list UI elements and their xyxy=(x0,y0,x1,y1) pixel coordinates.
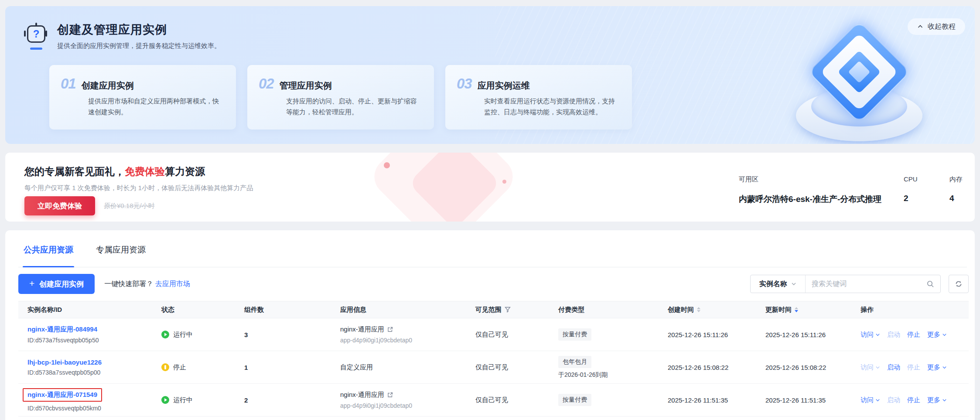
app-name: nginx-通用应用 xyxy=(340,325,384,334)
stop-action[interactable]: 停止 xyxy=(907,396,920,404)
step-card-1: 01 创建应用实例 提供应用市场和自定义应用两种部署模式，快速创建实例。 xyxy=(49,65,236,130)
updated-time: 2025-12-26 11:51:35 xyxy=(756,396,851,404)
step-number: 02 xyxy=(259,75,274,92)
table-header-row: 实例名称/ID 状态 组件数 应用信息 可见范围 付费类型 创建时间 更新时间 … xyxy=(18,301,969,318)
create-instance-button[interactable]: + 创建应用实例 xyxy=(18,274,95,294)
start-action[interactable]: 启动 xyxy=(887,363,900,372)
promo-title: 您的专属新客见面礼，免费体验算力资源 xyxy=(24,165,205,178)
refresh-button[interactable] xyxy=(949,275,969,293)
search-input[interactable] xyxy=(812,280,923,288)
instance-id: ID:d573a7fssveqtpb05p50 xyxy=(27,337,152,344)
col-name-id: 实例名称/ID xyxy=(18,306,152,314)
chevron-down-icon xyxy=(791,281,796,287)
banner-subtitle: 提供全面的应用实例管理，提升服务稳定性与运维效率。 xyxy=(57,42,221,50)
status-text: 运行中 xyxy=(173,331,193,339)
step-card-3: 03 应用实例运维 实时查看应用运行状态与资源使用情况，支持监控、日志与终端功能… xyxy=(445,65,632,130)
created-time: 2025-12-26 15:11:26 xyxy=(659,331,756,338)
collapse-tutorial-label: 收起教程 xyxy=(928,22,956,31)
tab-public-app-resources[interactable]: 公共应用资源 xyxy=(24,242,73,267)
instance-name-link[interactable]: lhj-bcp-1lei-baoyue1226 xyxy=(27,359,102,366)
col-created: 创建时间 xyxy=(659,306,756,314)
app-name: nginx-通用应用 xyxy=(340,391,384,399)
visibility: 仅自己可见 xyxy=(466,331,549,339)
visit-action: 访问 xyxy=(860,363,880,372)
promo-decoration-dot xyxy=(502,180,506,184)
created-time: 2025-12-26 15:08:22 xyxy=(659,364,756,371)
promo-banner: 您的专属新客见面礼，免费体验算力资源 每个用户仅可享 1 次免费体验，时长为 1… xyxy=(5,153,975,222)
pay-type-badge: 包年包月 xyxy=(558,356,591,368)
step-desc: 支持应用的访问、启动、停止、更新与扩缩容等能力，轻松管理应用。 xyxy=(286,96,423,118)
more-action[interactable]: 更多 xyxy=(927,331,947,339)
original-price: 原价¥0.18元/小时 xyxy=(104,202,155,210)
external-link-icon[interactable] xyxy=(387,327,393,332)
step-title: 应用实例运维 xyxy=(478,80,530,92)
zone-label: 可用区 xyxy=(739,175,758,184)
stop-action[interactable]: 停止 xyxy=(907,331,920,339)
instance-list-panel: 公共应用资源 专属应用资源 + 创建应用实例 一键快速部署？ 去应用市场 实例名… xyxy=(5,230,975,420)
col-pay-type: 付费类型 xyxy=(549,306,659,314)
external-link-icon[interactable] xyxy=(387,392,393,398)
app-market-link[interactable]: 去应用市场 xyxy=(155,280,190,287)
promo-decoration-dot xyxy=(384,162,390,168)
play-circle-icon xyxy=(161,396,169,404)
step-card-2: 02 管理应用实例 支持应用的访问、启动、停止、更新与扩缩容等能力，轻松管理应用… xyxy=(247,65,434,130)
search-field-select[interactable]: 实例名称 xyxy=(751,275,806,293)
col-status: 状态 xyxy=(152,306,235,314)
promo-subtitle: 每个用户仅可享 1 次免费体验，时长为 1小时，体验后无法再体验其他算力产品 xyxy=(24,184,253,192)
instance-table: 实例名称/ID 状态 组件数 应用信息 可见范围 付费类型 创建时间 更新时间 … xyxy=(18,301,969,417)
component-count: 1 xyxy=(235,364,331,371)
free-trial-button[interactable]: 立即免费体验 xyxy=(24,196,95,215)
app-id: app-d4p9i0gi1j09cbdetap0 xyxy=(340,337,466,344)
cube-illustration xyxy=(792,24,927,144)
col-actions: 操作 xyxy=(851,306,969,314)
more-action[interactable]: 更多 xyxy=(927,363,947,372)
updated-time: 2025-12-26 15:11:26 xyxy=(756,331,851,338)
start-action: 启动 xyxy=(887,331,900,339)
play-circle-icon xyxy=(161,331,169,338)
step-number: 03 xyxy=(457,75,472,92)
quick-deploy-text: 一键快速部署？ xyxy=(104,280,153,287)
instance-name-link[interactable]: nginx-通用应用-071549 xyxy=(27,391,97,398)
search-icon[interactable] xyxy=(926,280,934,288)
tutorial-banner: ? 创建及管理应用实例 提供全面的应用实例管理，提升服务稳定性与运维效率。 01… xyxy=(5,6,975,144)
visit-action[interactable]: 访问 xyxy=(860,396,880,404)
sort-carets-icon[interactable] xyxy=(795,307,798,312)
updated-time: 2025-12-26 15:08:22 xyxy=(756,364,851,371)
status-text: 运行中 xyxy=(173,396,193,404)
table-row: nginx-通用应用-071549 ID:d570cbvssveqtpb05km… xyxy=(18,384,969,417)
step-desc: 实时查看应用运行状态与资源使用情况，支持监控、日志与终端功能，实现高效运维。 xyxy=(484,96,621,118)
memory-label: 内存 xyxy=(949,175,963,184)
visit-action[interactable]: 访问 xyxy=(860,331,880,339)
col-updated: 更新时间 xyxy=(756,306,851,314)
component-count: 3 xyxy=(235,331,331,338)
create-instance-label: 创建应用实例 xyxy=(39,279,84,289)
stop-action: 停止 xyxy=(907,363,920,372)
robot-help-icon: ? xyxy=(24,22,48,51)
start-action: 启动 xyxy=(887,396,900,404)
tab-dedicated-app-resources[interactable]: 专属应用资源 xyxy=(96,242,146,267)
instance-id: ID:d570cbvssveqtpb05km0 xyxy=(27,405,152,412)
sort-carets-icon[interactable] xyxy=(697,307,700,312)
col-visibility: 可见范围 xyxy=(466,306,549,314)
col-components: 组件数 xyxy=(235,306,331,314)
refresh-icon xyxy=(955,280,963,288)
step-title: 管理应用实例 xyxy=(280,80,332,92)
zone-value: 内蒙呼尔浩特6-esk-准生产-分布式推理 xyxy=(739,194,881,205)
visibility: 仅自己可见 xyxy=(466,363,549,372)
tutorial-steps: 01 创建应用实例 提供应用市场和自定义应用两种部署模式，快速创建实例。 02 … xyxy=(49,65,632,130)
step-title: 创建应用实例 xyxy=(82,80,134,92)
pause-circle-icon xyxy=(161,363,169,371)
instance-name-link[interactable]: nginx-通用应用-084994 xyxy=(27,325,97,333)
resource-tabs: 公共应用资源 专属应用资源 xyxy=(18,242,967,267)
plus-icon: + xyxy=(29,278,34,289)
promo-title-highlight: 免费体验 xyxy=(125,166,165,177)
memory-value: 4 xyxy=(949,194,954,203)
visibility: 仅自己可见 xyxy=(466,396,549,404)
table-row: nginx-通用应用-084994 ID:d573a7fssveqtpb05p5… xyxy=(18,318,969,351)
funnel-icon[interactable] xyxy=(505,307,511,313)
step-number: 01 xyxy=(61,75,76,92)
cpu-label: CPU xyxy=(904,175,918,183)
more-action[interactable]: 更多 xyxy=(927,396,947,404)
col-app-info: 应用信息 xyxy=(331,306,466,314)
pay-expire: 于2026-01-26到期 xyxy=(558,371,659,379)
